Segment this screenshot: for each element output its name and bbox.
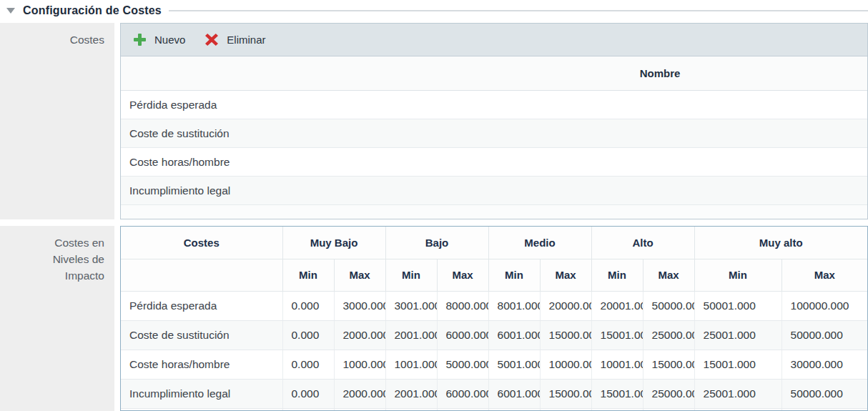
value-cell[interactable]: 50000.000 — [781, 320, 867, 350]
costes-toolbar: Nuevo Eliminar — [121, 24, 867, 56]
group-header-muy-alto: Muy alto — [694, 227, 867, 259]
niveles-table: Costes Muy Bajo Bajo Medio Alto Muy alto… — [121, 227, 867, 411]
row-name-cell[interactable]: Pérdida esperada — [121, 291, 282, 320]
bajo-max-header: Max — [437, 259, 488, 291]
x-icon — [205, 34, 218, 46]
niveles-row-empty — [121, 408, 867, 411]
value-cell[interactable]: 6000.000 — [437, 320, 488, 350]
value-cell[interactable]: 6000.000 — [437, 379, 488, 408]
value-cell[interactable]: 0.000 — [282, 320, 334, 350]
group-header-medio: Medio — [488, 227, 591, 259]
costes-row-2[interactable]: Coste de sustitución — [121, 119, 867, 148]
section-header: Configuración de Costes — [0, 0, 868, 21]
value-cell[interactable]: 25000.000 — [643, 320, 694, 350]
niveles-grid-panel: Costes Muy Bajo Bajo Medio Alto Muy alto… — [120, 226, 868, 411]
section-rule-line — [169, 10, 868, 11]
delete-button[interactable]: Eliminar — [205, 34, 265, 46]
value-cell[interactable]: 25001.000 — [694, 379, 781, 408]
muy-alto-max-header: Max — [781, 259, 867, 291]
niveles-label-line2: Niveles de — [0, 251, 104, 267]
value-cell[interactable]: 30000.000 — [781, 350, 867, 379]
value-cell[interactable]: 0.000 — [282, 350, 334, 379]
medio-min-header: Min — [488, 259, 540, 291]
value-cell[interactable]: 20000.000 — [540, 291, 591, 320]
niveles-row-1[interactable]: Pérdida esperada 0.000 3000.000 3001.000… — [121, 291, 867, 320]
niveles-row-2[interactable]: Coste de sustitución 0.000 2000.000 2001… — [121, 320, 867, 350]
value-cell[interactable]: 1001.000 — [385, 350, 437, 379]
value-cell[interactable]: 5001.000 — [488, 350, 540, 379]
group-header-alto: Alto — [591, 227, 694, 259]
value-cell[interactable]: 3001.000 — [385, 291, 437, 320]
group-header-bajo: Bajo — [385, 227, 488, 259]
section-title: Configuración de Costes — [23, 4, 162, 17]
niveles-row-3[interactable]: Coste horas/hombre 0.000 1000.000 1001.0… — [121, 350, 867, 379]
value-cell[interactable]: 15001.000 — [694, 350, 781, 379]
value-cell[interactable]: 15001.000 — [591, 379, 643, 408]
costes-grid-header: Nombre — [121, 56, 867, 91]
alto-max-header: Max — [643, 259, 694, 291]
value-cell[interactable]: 10001.000 — [591, 350, 643, 379]
niveles-label-line1: Costes en — [0, 234, 104, 251]
empty-cell — [121, 408, 282, 411]
value-cell[interactable]: 0.000 — [282, 379, 334, 408]
empty-subheader-cell — [121, 259, 282, 291]
value-cell[interactable]: 15000.000 — [540, 320, 591, 350]
nombre-column-header[interactable]: Nombre — [121, 67, 867, 79]
value-cell[interactable]: 5000.000 — [437, 350, 488, 379]
value-cell[interactable]: 3000.000 — [334, 291, 385, 320]
costes-row-4[interactable]: Incumplimiento legal — [121, 177, 867, 205]
muy-bajo-min-header: Min — [282, 259, 334, 291]
niveles-field-label: Costes en Niveles de Impacto — [0, 226, 114, 411]
niveles-subheader-row: Min Max Min Max Min Max Min Max Min Max — [121, 259, 867, 291]
plus-icon — [134, 34, 146, 46]
row-name-cell[interactable]: Coste horas/hombre — [121, 350, 282, 379]
bajo-min-header: Min — [385, 259, 437, 291]
new-button-label: Nuevo — [154, 34, 185, 46]
alto-min-header: Min — [591, 259, 643, 291]
costes-row-1[interactable]: Pérdida esperada — [121, 91, 867, 119]
costes-grid-panel: Nuevo Eliminar Nombre Pérdida esperada C… — [120, 23, 868, 219]
muy-alto-min-header: Min — [694, 259, 781, 291]
row-name-cell[interactable]: Incumplimiento legal — [121, 379, 282, 408]
value-cell[interactable]: 8000.000 — [437, 291, 488, 320]
niveles-group-header-row: Costes Muy Bajo Bajo Medio Alto Muy alto — [121, 227, 867, 259]
delete-button-label: Eliminar — [227, 34, 265, 46]
value-cell[interactable]: 25000.000 — [643, 379, 694, 408]
value-cell[interactable]: 6001.000 — [488, 379, 540, 408]
costes-row-3[interactable]: Coste horas/hombre — [121, 148, 867, 177]
value-cell[interactable]: 100000.000 — [781, 291, 867, 320]
niveles-label-line3: Impacto — [0, 267, 104, 284]
value-cell[interactable]: 2001.000 — [385, 320, 437, 350]
value-cell[interactable]: 15001.000 — [591, 320, 643, 350]
value-cell[interactable]: 15000.000 — [540, 379, 591, 408]
value-cell[interactable]: 8001.000 — [488, 291, 540, 320]
value-cell[interactable]: 10000.000 — [540, 350, 591, 379]
value-cell[interactable]: 50000.000 — [781, 379, 867, 408]
value-cell[interactable]: 2000.000 — [334, 379, 385, 408]
value-cell[interactable]: 50001.000 — [694, 291, 781, 320]
value-cell[interactable]: 20001.000 — [591, 291, 643, 320]
value-cell[interactable]: 6001.000 — [488, 320, 540, 350]
niveles-row-4[interactable]: Incumplimiento legal 0.000 2000.000 2001… — [121, 379, 867, 408]
costes-field-label: Costes — [0, 23, 114, 219]
medio-max-header: Max — [540, 259, 591, 291]
muy-bajo-max-header: Max — [334, 259, 385, 291]
value-cell[interactable]: 0.000 — [282, 291, 334, 320]
group-header-muy-bajo: Muy Bajo — [282, 227, 385, 259]
costes-column-header: Costes — [121, 227, 282, 259]
value-cell[interactable]: 2001.000 — [385, 379, 437, 408]
new-button[interactable]: Nuevo — [134, 34, 185, 46]
row-name-cell[interactable]: Coste de sustitución — [121, 320, 282, 350]
value-cell[interactable]: 15000.000 — [643, 350, 694, 379]
collapse-triangle-icon[interactable] — [6, 8, 15, 14]
value-cell[interactable]: 25001.000 — [694, 320, 781, 350]
value-cell[interactable]: 50000.000 — [643, 291, 694, 320]
value-cell[interactable]: 1000.000 — [334, 350, 385, 379]
costes-field-label-text: Costes — [70, 34, 104, 46]
value-cell[interactable]: 2000.000 — [334, 320, 385, 350]
